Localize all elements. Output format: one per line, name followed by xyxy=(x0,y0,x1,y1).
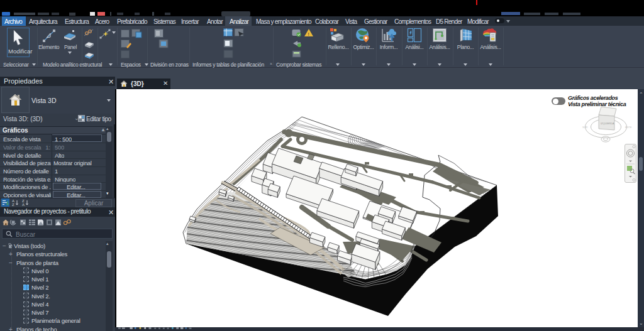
svg-text:A: A xyxy=(22,203,25,206)
svg-text:!: ! xyxy=(308,31,309,37)
svg-text:IZQUIERDA: IZQUIERDA xyxy=(601,122,614,125)
svg-text:SUR: SUR xyxy=(582,126,588,129)
svg-text:Z: Z xyxy=(12,203,14,206)
svg-text:ESTE: ESTE xyxy=(625,126,632,129)
